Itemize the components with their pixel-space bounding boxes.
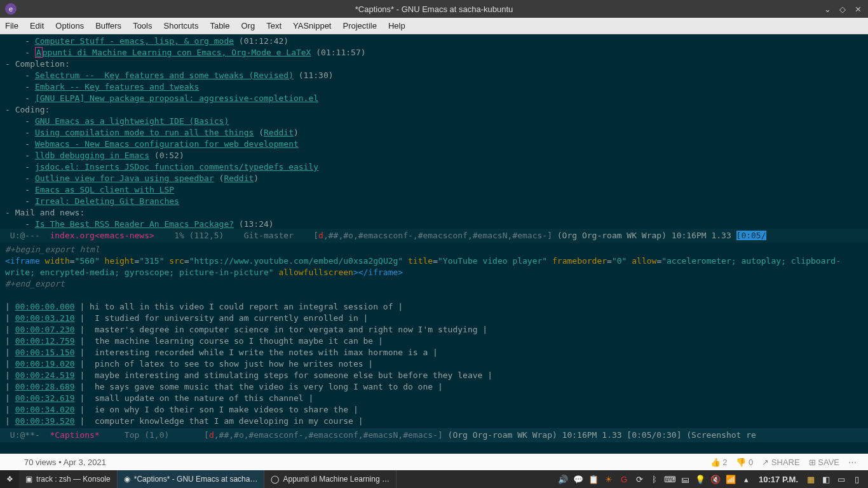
modeline-top: U:@--- index.org<emacs-news> 1% (112,5) … [0,229,868,243]
system-tray: 🔊 💬 📋 ☀ G ⟳ ᛒ ⌨ 🖴 💡 🔇 📶 ▴ 10:17 P.M. ▦ ◧… [552,470,868,488]
org-link[interactable]: Irreal: Deleting Git Branches [35,196,179,206]
menu-help[interactable]: Help [388,21,405,30]
org-link[interactable]: lldb debugging in Emacs [35,151,149,160]
video-views: 70 views • Apr 3, 2021 [24,458,106,467]
chat-icon[interactable]: 💬 [573,474,583,484]
keyboard-icon[interactable]: ⌨ [665,474,675,484]
menu-options[interactable]: Options [55,21,84,30]
org-link[interactable]: Reddit [264,128,294,137]
save-button[interactable]: ⊞ SAVE [809,458,839,467]
menu-file[interactable]: File [5,21,18,30]
org-link[interactable]: Outline view for Java using speedbar [35,173,214,183]
close-icon[interactable]: ⨯ [853,4,863,14]
org-link[interactable]: Webmacs - New Emacs configuration for we… [35,139,299,149]
bluetooth-icon[interactable]: ᛒ [649,474,660,484]
org-link[interactable]: GNU Emacs as a lightweight IDE (Basics) [35,116,229,126]
org-link[interactable]: Reddit [224,173,254,183]
maximize-icon[interactable]: ◇ [837,4,848,14]
taskbar: ❖ ▣track : zsh — Konsole◉*Captions* - GN… [0,470,868,488]
editor-area: - Computer Stuff - emacs, lisp, & org mo… [0,34,868,454]
taskbar-task[interactable]: ▣track : zsh — Konsole [19,470,118,488]
org-link[interactable]: Computer Stuff - emacs, lisp, & org mode [35,36,234,46]
bulb-icon[interactable]: 💡 [695,474,705,484]
redshift-icon[interactable]: ☀ [604,474,614,484]
window-title: *Captions* - GNU Emacs at sacha-kubuntu [355,4,513,14]
share-button[interactable]: ↗ SHARE [762,458,799,467]
timestamp-link[interactable]: 00:00:07.230 [15,325,75,334]
org-link[interactable]: Using compilation mode to run all the th… [35,128,254,137]
mute-icon[interactable]: 🔇 [710,474,721,484]
timestamp-link[interactable]: 00:00:32.619 [15,393,75,403]
window-titlebar: e *Captions* - GNU Emacs at sacha-kubunt… [0,0,868,18]
org-link[interactable]: Selectrum -- Key features and some tweak… [35,71,294,80]
desktop-icon[interactable]: ▭ [836,474,846,484]
buffer-index-org[interactable]: - Computer Stuff - emacs, lisp, & org mo… [0,34,868,229]
more-icon[interactable]: ⋯ [848,458,857,467]
battery-icon[interactable]: ▯ [851,474,862,484]
clock[interactable]: 10:17 P.M. [756,475,801,484]
menu-table[interactable]: Table [210,21,229,30]
org-link[interactable]: [GNU ELPA] New package proposal: aggress… [35,93,318,103]
menu-edit[interactable]: Edit [30,21,44,30]
network-icon[interactable]: ◧ [821,474,831,484]
timestamp-link[interactable]: 00:00:24.519 [15,370,75,380]
timestamp-link[interactable]: 00:00:28.689 [15,382,75,391]
taskbar-task[interactable]: ◉*Captions* - GNU Emacs at sacha… [118,470,265,488]
timestamp-link[interactable]: 00:00:03.210 [15,313,75,323]
menu-org[interactable]: Org [241,21,255,30]
clipboard-icon[interactable]: 📋 [588,474,599,484]
org-link[interactable]: Emacs as SQL client with LSP [35,185,174,194]
org-link[interactable]: Is The Best RSS Reader An Emacs Package? [35,219,234,229]
chevron-up-icon[interactable]: ▴ [741,474,751,484]
taskbar-task[interactable]: ◯Appunti di Machine Learning … [264,470,396,488]
timestamp-link[interactable]: 00:00:12.759 [15,336,75,346]
modeline-bottom: U:@**- *Captions* Top (1,0) [d,##,#o,#em… [0,428,868,442]
emacs-icon: e [5,3,17,15]
timestamp-link[interactable]: 00:00:15.150 [15,348,75,357]
org-link[interactable]: jsdoc.el: Inserts JSDoc function comment… [35,162,318,172]
timestamp-link[interactable]: 00:00:39.520 [15,416,75,426]
timestamp-link[interactable]: 00:00:00.000 [15,302,75,311]
note-icon[interactable]: ▦ [806,474,816,484]
org-link[interactable]: Embark -- Key features and tweaks [35,82,199,92]
update-icon[interactable]: ⟳ [634,474,644,484]
menu-tools[interactable]: Tools [133,21,152,30]
minibuffer[interactable] [0,442,868,454]
timestamp-link[interactable]: 00:00:19.020 [15,359,75,369]
window-controls: ⌄ ◇ ⨯ [822,4,863,14]
menubar: File Edit Options Buffers Tools Shortcut… [0,18,868,34]
buffer-captions[interactable]: #+begin_export html<iframe width="560" h… [0,243,868,428]
sync-icon[interactable]: G [619,474,629,484]
menu-shortcuts[interactable]: Shortcuts [163,21,198,30]
browser-video-bar: 70 views • Apr 3, 2021 👍 2 👎 0 ↗ SHARE ⊞… [0,454,868,470]
menu-projectile[interactable]: Projectile [342,21,376,30]
like-button[interactable]: 👍 2 [710,458,728,467]
wifi-icon[interactable]: 📶 [726,474,736,484]
menu-text[interactable]: Text [266,21,281,30]
start-button[interactable]: ❖ [0,470,19,488]
volume-icon[interactable]: 🔊 [558,474,568,484]
dislike-button[interactable]: 👎 0 [736,458,753,467]
disk-icon[interactable]: 🖴 [680,474,690,484]
menu-yasnippet[interactable]: YASnippet [293,21,331,30]
minimize-icon[interactable]: ⌄ [822,4,832,14]
timestamp-link[interactable]: 00:00:34.020 [15,405,75,414]
menu-buffers[interactable]: Buffers [95,21,121,30]
